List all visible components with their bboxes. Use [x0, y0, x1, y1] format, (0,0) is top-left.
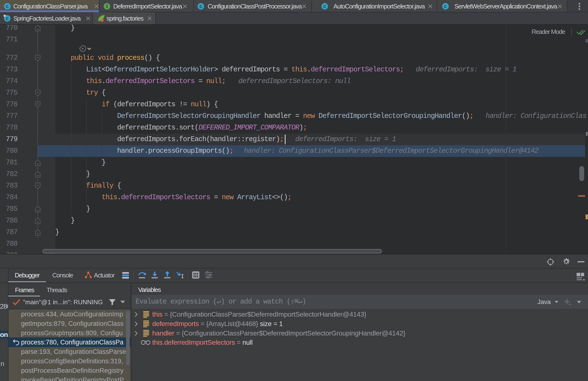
svg-text:C: C	[6, 4, 8, 9]
svg-text:C: C	[444, 4, 447, 9]
svg-text:C: C	[323, 4, 326, 9]
svg-text:I: I	[106, 4, 108, 9]
svg-text:C: C	[6, 16, 8, 21]
svg-text:C: C	[199, 4, 202, 9]
